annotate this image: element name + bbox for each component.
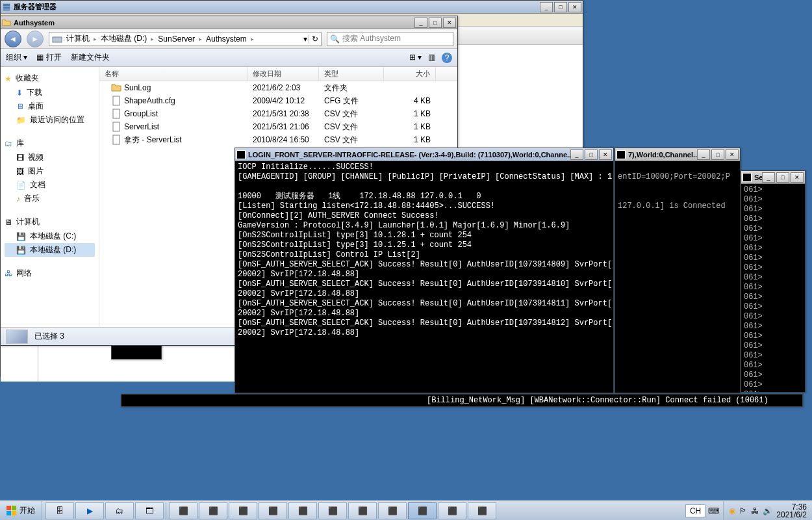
documents-icon: 📄 [16, 181, 26, 190]
login-titlebar[interactable]: LOGIN_FRONT_SERVER-INTRAOFFIC-RELEASE- (… [235, 148, 613, 161]
maximize-btn[interactable]: □ [711, 150, 724, 160]
login-console-body[interactable]: IOCP Initialize......SUCCESS! [GAMEAGENT… [235, 161, 613, 393]
tray-icon-1[interactable]: ◉ [729, 506, 735, 515]
newfolder-btn[interactable]: 新建文件夹 [71, 52, 110, 63]
refresh-icon[interactable]: ↻ [309, 34, 318, 44]
breadcrumb-disk[interactable]: 本地磁盘 (D:) [101, 33, 147, 44]
task-cmd-2[interactable]: ⬛ [199, 502, 227, 519]
start-button[interactable]: 开始 [0, 501, 42, 521]
server-icon [2, 3, 11, 12]
task-btn-1[interactable]: 🗄 [45, 502, 74, 519]
task-cmd-11[interactable]: ⬛ [468, 502, 496, 519]
tray-clock[interactable]: 7:36 2021/6/2 [776, 503, 807, 519]
library-icon: 🗂 [5, 139, 12, 148]
minimize-btn[interactable]: _ [762, 172, 775, 183]
svg-rect-8 [6, 506, 11, 510]
maximize-btn[interactable]: □ [776, 172, 789, 183]
nav-network[interactable]: 🖧网络 [5, 266, 95, 281]
status-text: 已选择 3 [34, 331, 64, 342]
drive-icon: 💾 [16, 246, 26, 255]
task-btn-4[interactable]: 🗔 [135, 502, 164, 519]
col-type[interactable]: 类型 [319, 67, 384, 81]
nav-recent[interactable]: 📁最近访问的位置 [5, 113, 95, 127]
minimize-btn[interactable]: _ [540, 2, 553, 12]
nav-disk-c[interactable]: 💾本地磁盘 (C:) [5, 229, 95, 243]
task-cmd-1[interactable]: ⬛ [169, 502, 197, 519]
file-row[interactable]: ShapeAuth.cfg2009/4/2 10:12CFG 文件4 KB [99, 94, 457, 107]
breadcrumb-authsystem[interactable]: Authsystem [206, 34, 247, 44]
help-icon[interactable]: ? [442, 53, 452, 63]
file-row[interactable]: GroupList2021/5/31 20:38CSV 文件1 KB [99, 107, 457, 120]
col-size[interactable]: 大小 [384, 67, 436, 81]
file-row[interactable]: 拿夯 - ServerList2010/8/24 16:50CSV 文件1 KB [99, 133, 457, 146]
nav-libraries[interactable]: 🗂库 [5, 136, 95, 151]
svg-rect-6 [113, 122, 120, 131]
nav-downloads[interactable]: ⬇下载 [5, 86, 95, 99]
close-btn[interactable]: ✕ [599, 150, 612, 160]
tray-flag-icon[interactable]: 🏳 [739, 506, 747, 515]
task-cmd-7[interactable]: ⬛ [348, 502, 377, 519]
task-btn-3[interactable]: 🗂 [105, 502, 134, 519]
drive-icon [52, 34, 62, 44]
explorer-titlebar[interactable]: Authsystem _ □ ✕ [1, 16, 457, 29]
console-right-a[interactable]: 7),World:0,Channel.. _□✕ entID=10000;Por… [615, 148, 741, 393]
col-modified[interactable]: 修改日期 [247, 67, 319, 81]
col-name[interactable]: 名称 [99, 67, 247, 81]
close-btn[interactable]: ✕ [726, 150, 739, 160]
file-row[interactable]: SunLog2021/6/2 2:03文件夹 [99, 81, 457, 94]
nav-pictures[interactable]: 🖼图片 [5, 164, 95, 178]
nav-music[interactable]: ♪音乐 [5, 192, 95, 205]
nav-video[interactable]: 🎞视频 [5, 151, 95, 164]
tray-network-icon[interactable]: 🖧 [751, 506, 759, 515]
nav-favorites[interactable]: ★收藏夹 [5, 71, 95, 86]
keyboard-icon[interactable]: ⌨ [708, 506, 719, 515]
right-b-console-body: 061> 061> 061> 061> 061> 061> 061> 061> … [741, 184, 805, 392]
nav-computer[interactable]: 🖥计算机 [5, 214, 95, 229]
task-cmd-5[interactable]: ⬛ [288, 502, 317, 519]
search-box[interactable]: 🔍 搜索 Authsystem [327, 32, 453, 46]
preview-pane-btn[interactable]: ▥ [428, 53, 435, 63]
maximize-btn[interactable]: □ [554, 2, 567, 12]
task-btn-2[interactable]: ▶ [75, 502, 104, 519]
minimize-btn[interactable]: _ [570, 150, 583, 160]
open-btn[interactable]: ▦打开 [36, 52, 62, 63]
console-right-b[interactable]: Ser... _□✕ 061> 061> 061> 061> 061> 061>… [741, 170, 806, 393]
task-cmd-9[interactable]: ⬛ [408, 502, 437, 519]
task-cmd-8[interactable]: ⬛ [378, 502, 407, 519]
file-row[interactable]: ServerList2021/5/31 21:06CSV 文件1 KB [99, 120, 457, 133]
status-thumb [6, 330, 28, 344]
breadcrumb-sunserver[interactable]: SunServer [158, 34, 195, 44]
svg-rect-0 [3, 3, 10, 6]
task-cmd-10[interactable]: ⬛ [438, 502, 466, 519]
task-cmd-6[interactable]: ⬛ [318, 502, 347, 519]
tray-volume-icon[interactable]: 🔊 [763, 506, 772, 515]
window-icon: 🗔 [146, 506, 153, 515]
close-btn[interactable]: ✕ [568, 2, 581, 12]
organize-menu[interactable]: 组织 ▾ [6, 52, 27, 63]
close-btn[interactable]: ✕ [443, 18, 456, 28]
nav-documents[interactable]: 📄文档 [5, 178, 95, 192]
svg-rect-3 [53, 37, 62, 42]
maximize-btn[interactable]: □ [585, 150, 598, 160]
address-box[interactable]: 计算机▸ 本地磁盘 (D:)▸ SunServer▸ Authsystem▸ ▾… [49, 32, 322, 46]
task-cmd-3[interactable]: ⬛ [229, 502, 257, 519]
back-button[interactable]: ◄ [5, 31, 21, 47]
minimize-btn[interactable]: _ [414, 18, 427, 28]
explorer-title: Authsystem [14, 19, 414, 27]
nav-disk-d[interactable]: 💾本地磁盘 (D:) [5, 243, 95, 257]
maximize-btn[interactable]: □ [429, 18, 442, 28]
console-login-front[interactable]: LOGIN_FRONT_SERVER-INTRAOFFIC-RELEASE- (… [235, 148, 614, 393]
close-btn[interactable]: ✕ [791, 172, 804, 183]
svg-rect-10 [6, 511, 11, 515]
nav-desktop[interactable]: 🖥桌面 [5, 99, 95, 113]
minimize-btn[interactable]: _ [697, 150, 710, 160]
search-icon: 🔍 [330, 34, 340, 44]
task-cmd-4[interactable]: ⬛ [259, 502, 287, 519]
addr-dropdown-icon[interactable]: ▾ [303, 34, 307, 44]
server-manager-title: 服务器管理器 [14, 2, 540, 12]
view-icons-btn[interactable]: ⊞ ▾ [409, 53, 422, 63]
breadcrumb-computer[interactable]: 计算机 [66, 33, 90, 44]
forward-button[interactable]: ► [27, 31, 44, 47]
server-manager-titlebar[interactable]: 服务器管理器 _ □ ✕ [1, 1, 583, 14]
lang-indicator[interactable]: CH [685, 504, 705, 517]
